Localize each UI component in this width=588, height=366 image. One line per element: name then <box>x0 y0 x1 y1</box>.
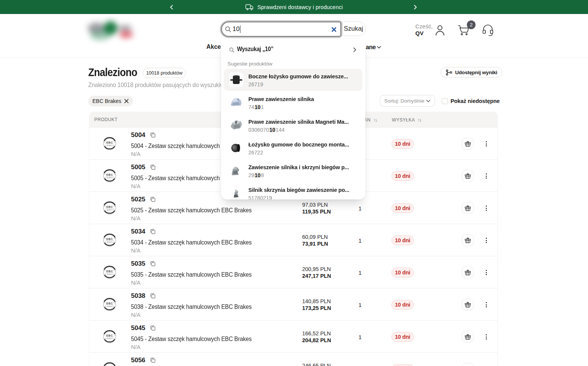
svg-text:EBC: EBC <box>106 205 113 209</box>
svg-text:BRAKES: BRAKES <box>106 177 113 179</box>
svg-text:EBC: EBC <box>106 141 113 144</box>
svg-text:BRAKES: BRAKES <box>106 305 113 307</box>
svg-text:EBC: EBC <box>106 237 113 241</box>
svg-text:EBC: EBC <box>106 269 113 273</box>
svg-text:EBC: EBC <box>106 334 113 337</box>
svg-text:BRAKES: BRAKES <box>106 241 113 243</box>
svg-text:BRAKES: BRAKES <box>106 338 113 340</box>
svg-text:EBC: EBC <box>106 302 113 305</box>
svg-text:BRAKES: BRAKES <box>106 209 113 211</box>
svg-text:EBC: EBC <box>106 173 113 176</box>
svg-text:BRAKES: BRAKES <box>106 273 113 275</box>
svg-text:BRAKES: BRAKES <box>106 145 113 146</box>
